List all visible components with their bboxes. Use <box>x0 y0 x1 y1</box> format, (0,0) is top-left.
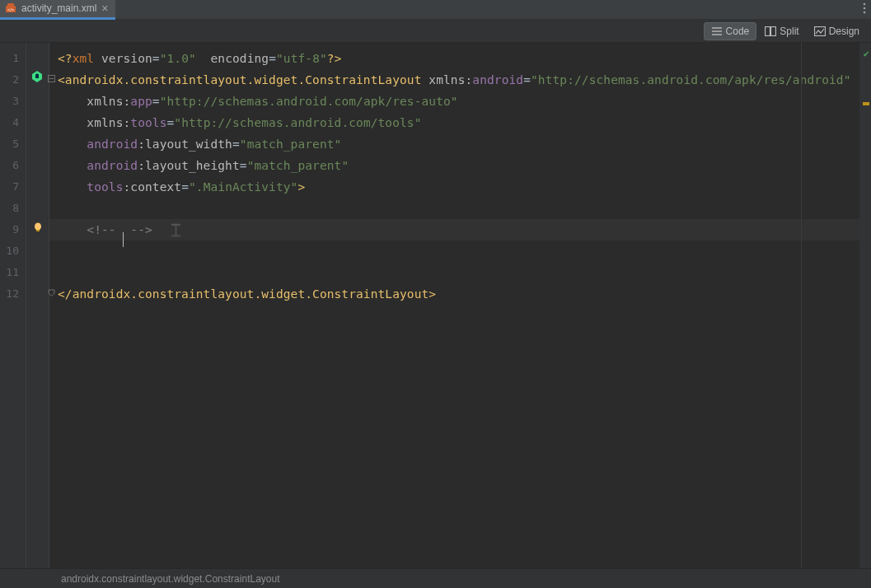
code-line: android:layout_width="match_parent" <box>49 133 859 155</box>
fold-close-icon[interactable] <box>48 283 55 305</box>
analysis-ok-icon[interactable]: ✔ <box>864 48 869 59</box>
fold-open-icon[interactable] <box>48 69 55 91</box>
file-tab[interactable]: </> activity_main.xml × <box>0 0 115 20</box>
view-toolbar: Code Split Design <box>0 20 871 43</box>
code-line: tools:context=".MainActivity"> <box>49 176 859 198</box>
line-number: 12 <box>0 283 49 305</box>
code-line <box>49 240 859 262</box>
code-line: <?xml version="1.0" encoding="utf-8"?> <box>49 48 859 69</box>
svg-rect-1 <box>7 3 14 7</box>
xml-file-icon: </> <box>5 2 16 14</box>
design-view-icon <box>814 26 826 36</box>
split-view-icon <box>765 26 776 36</box>
line-number: 5 <box>0 133 49 155</box>
editor: 1 2 3 4 5 6 7 8 9 10 11 12 <box>0 43 871 568</box>
code-line: </androidx.constraintlayout.widget.Const… <box>49 283 859 305</box>
design-view-button[interactable]: Design <box>808 23 866 40</box>
svg-rect-15 <box>36 230 40 231</box>
line-number: 2 <box>0 69 49 91</box>
line-number: 11 <box>0 262 49 283</box>
gutter: 1 2 3 4 5 6 7 8 9 10 11 12 <box>0 43 49 568</box>
line-number: 7 <box>0 176 49 198</box>
code-line <box>49 198 859 219</box>
line-number: 10 <box>0 240 49 262</box>
svg-point-14 <box>35 223 41 231</box>
svg-text:</>: </> <box>7 7 15 12</box>
code-line <box>49 262 859 283</box>
breadcrumb[interactable]: androidx.constraintlayout.widget.Constra… <box>61 573 280 585</box>
line-number: 4 <box>0 112 49 133</box>
svg-rect-11 <box>814 26 825 35</box>
line-number: 1 <box>0 48 49 69</box>
line-number: 3 <box>0 91 49 112</box>
intention-bulb-icon[interactable] <box>32 219 44 240</box>
mouse-ibeam-cursor: ⌶ <box>171 222 180 239</box>
code-area[interactable]: <?xml version="1.0" encoding="utf-8"?> <… <box>49 43 859 568</box>
svg-rect-9 <box>766 26 770 35</box>
tab-filename: activity_main.xml <box>21 2 96 14</box>
breadcrumb-bar: androidx.constraintlayout.widget.Constra… <box>0 568 871 588</box>
analysis-gutter: ✔ <box>859 43 871 568</box>
line-number: 9 <box>0 219 49 240</box>
svg-point-5 <box>864 12 866 14</box>
line-number: 6 <box>0 155 49 176</box>
related-file-icon[interactable] <box>30 69 44 91</box>
tab-bar: </> activity_main.xml × <box>0 0 871 20</box>
code-line: xmlns:tools="http://schemas.android.com/… <box>49 112 859 133</box>
more-menu-icon[interactable] <box>863 2 866 16</box>
svg-point-3 <box>864 3 866 6</box>
svg-rect-10 <box>771 26 776 35</box>
code-line: <androidx.constraintlayout.widget.Constr… <box>49 69 859 91</box>
split-view-button[interactable]: Split <box>758 23 805 40</box>
close-icon[interactable]: × <box>101 2 108 14</box>
right-margin-guide <box>801 43 802 568</box>
svg-point-4 <box>864 7 866 10</box>
code-line: android:layout_height="match_parent" <box>49 155 859 176</box>
code-line: xmlns:app="http://schemas.android.com/ap… <box>49 91 859 112</box>
code-view-icon <box>711 26 723 36</box>
code-view-button[interactable]: Code <box>704 22 757 40</box>
warning-marker[interactable] <box>863 102 869 105</box>
line-number: 8 <box>0 198 49 219</box>
